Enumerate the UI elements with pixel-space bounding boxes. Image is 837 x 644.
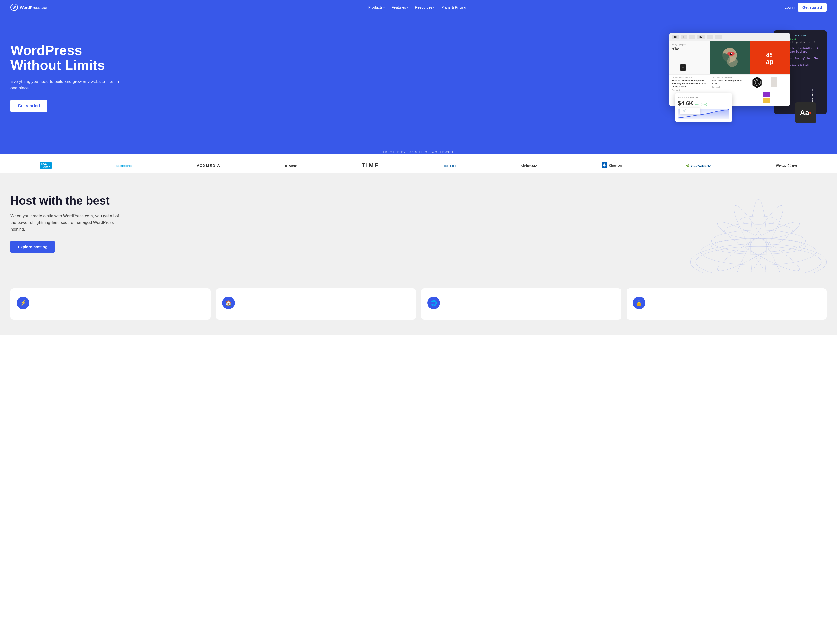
card-icon-3: 🌐 bbox=[427, 297, 440, 309]
cart-dots: ⋮⋮ bbox=[688, 109, 694, 113]
brand-name: WordPress.com bbox=[20, 5, 50, 10]
toolbar-align-btn[interactable]: ≡ bbox=[689, 35, 694, 39]
usa-badge: USATODAY bbox=[40, 162, 52, 169]
get-started-button-nav[interactable]: Get started bbox=[798, 3, 827, 11]
cell-abstract bbox=[709, 41, 750, 74]
logo-meta: ∞ Meta bbox=[284, 164, 297, 168]
typography-widget: Aa bbox=[795, 102, 816, 123]
cell-bottom-right bbox=[750, 74, 790, 105]
host-title: Host with the best bbox=[10, 194, 120, 207]
time-text: TIME bbox=[362, 162, 380, 169]
explore-hosting-button[interactable]: Explore hosting bbox=[10, 241, 55, 253]
chevron-down-icon: ▾ bbox=[383, 6, 385, 9]
chevron-logo-icon bbox=[602, 162, 607, 169]
feature-card-1: ⚡ bbox=[10, 288, 211, 320]
editor-toolbar: ⊞ T ≡ H2 ≡ ⋯ bbox=[670, 33, 790, 41]
trusted-label: TRUSTED BY 160 MILLION WORLDWIDE bbox=[10, 151, 827, 154]
get-started-button-hero[interactable]: Get started bbox=[10, 100, 47, 112]
aljazeera-icon: 🌿 bbox=[686, 164, 689, 167]
svg-point-21 bbox=[714, 216, 803, 272]
host-content: Host with the best When you create a sit… bbox=[10, 194, 120, 253]
cell-asap: asap bbox=[750, 41, 790, 74]
swatch-beige bbox=[771, 77, 777, 87]
logo-time: TIME bbox=[362, 162, 380, 169]
sirius-text: SiriusXM bbox=[520, 164, 537, 168]
hero-content: WordPress Without Limits Everything you … bbox=[10, 43, 120, 112]
trusted-bar: TRUSTED BY 160 MILLION WORLDWIDE bbox=[0, 146, 837, 154]
navbar: W WordPress.com Products ▾ Features ▾ Re… bbox=[0, 0, 837, 15]
feature-card-3: 🌐 bbox=[421, 288, 621, 320]
news-corp-text: News Corp bbox=[776, 163, 797, 169]
logo-intuit: INTUIT bbox=[444, 164, 456, 168]
svg-point-18 bbox=[728, 202, 789, 272]
abstract-art-svg bbox=[717, 48, 743, 68]
svg-point-5 bbox=[731, 53, 732, 54]
svg-point-17 bbox=[714, 216, 803, 272]
typography-preview: Abc bbox=[671, 47, 707, 52]
revenue-label: Earned Ad Revenue bbox=[678, 96, 729, 99]
hero-title: WordPress Without Limits bbox=[10, 43, 120, 73]
swatch-purple bbox=[763, 92, 770, 97]
svg-point-12 bbox=[701, 238, 816, 265]
wordpress-logo-icon: W bbox=[10, 4, 18, 11]
chevron-down-icon: ▾ bbox=[433, 6, 435, 9]
nav-plans[interactable]: Plans & Pricing bbox=[439, 4, 469, 11]
feature-card-2: 🏠 bbox=[216, 288, 416, 320]
svg-point-4 bbox=[730, 52, 732, 55]
globe-svg bbox=[691, 194, 827, 272]
nav-actions: Log in Get started bbox=[784, 3, 827, 11]
feature-cards-row: ⚡ 🏠 🌐 🔒 bbox=[0, 288, 837, 335]
hexagon-pattern-svg bbox=[753, 79, 761, 86]
host-subtitle: When you create a site with WordPress.co… bbox=[10, 213, 120, 233]
typography-dot bbox=[809, 112, 811, 114]
asap-text: asap bbox=[766, 51, 774, 65]
login-button[interactable]: Log in bbox=[784, 5, 794, 10]
logo-salesforce: salesforce bbox=[116, 164, 133, 168]
toolbar-text-btn[interactable]: T bbox=[681, 35, 687, 39]
chevron-down-icon: ▾ bbox=[407, 6, 408, 9]
aljazeera-text: ALJAZEERA bbox=[691, 164, 711, 168]
cart-widget: 🛒 ⋮⋮ ▾ bbox=[680, 108, 701, 114]
cart-icon: 🛒 bbox=[683, 109, 686, 113]
nav-features[interactable]: Features ▾ bbox=[389, 4, 411, 11]
svg-marker-7 bbox=[755, 80, 759, 85]
svg-point-20 bbox=[728, 202, 789, 272]
color-swatches bbox=[763, 77, 770, 103]
design-author: Elon Musk bbox=[712, 86, 747, 88]
cell-typography: Aa Typography Abc bbox=[670, 41, 709, 74]
swatch-yellow bbox=[763, 98, 770, 103]
logo-link[interactable]: W WordPress.com bbox=[10, 4, 50, 11]
toolbar-h2-btn[interactable]: H2 bbox=[697, 35, 704, 39]
revenue-amount: $4.6K bbox=[678, 100, 693, 107]
revenue-row: $4.6K +903 (24%) bbox=[678, 100, 729, 107]
hexagon-graphic bbox=[752, 77, 762, 88]
typography-aa: Aa bbox=[800, 108, 809, 117]
card-icon-2: 🏠 bbox=[222, 297, 235, 309]
hero-illustration: 1 cd wordpress.com 2 $ git pull 3 enumer… bbox=[670, 30, 827, 125]
logo-usa-today: USATODAY bbox=[40, 162, 52, 169]
intuit-text: INTUIT bbox=[444, 164, 456, 168]
voxmedia-text: VOXMEDIA bbox=[197, 164, 220, 168]
svg-point-15 bbox=[740, 216, 777, 224]
nav-products[interactable]: Products ▾ bbox=[366, 4, 387, 11]
card-icon-4: 🔒 bbox=[633, 297, 645, 309]
add-block-button[interactable]: + bbox=[680, 64, 686, 70]
host-section: Host with the best When you create a sit… bbox=[0, 173, 837, 288]
svg-marker-6 bbox=[754, 79, 760, 86]
article-title: What is Artificial Intelligence and Why … bbox=[671, 79, 707, 88]
svg-point-14 bbox=[724, 223, 793, 239]
card-icon-1: ⚡ bbox=[17, 297, 29, 309]
salesforce-text: salesforce bbox=[116, 164, 133, 168]
toolbar-dots-btn[interactable]: ⋯ bbox=[715, 34, 722, 39]
nav-resources[interactable]: Resources ▾ bbox=[412, 4, 437, 11]
design-title: Top Fonts For Designers in 2022 bbox=[712, 79, 747, 85]
logo-aljazeera: 🌿 ALJAZEERA bbox=[686, 164, 711, 168]
meta-text: ∞ Meta bbox=[284, 164, 297, 168]
toolbar-more-btn[interactable]: ≡ bbox=[707, 35, 712, 39]
typography-label: Aa Typography bbox=[671, 43, 707, 46]
toolbar-layout-btn[interactable]: ⊞ bbox=[672, 34, 679, 39]
article-category: TECHNOLOGY TRENDS bbox=[671, 77, 707, 79]
design-category: DESIGN TYPOGRAPHY bbox=[712, 77, 747, 79]
revenue-change: +903 (24%) bbox=[695, 103, 707, 106]
logo-vox-media: VOXMEDIA bbox=[197, 164, 220, 168]
